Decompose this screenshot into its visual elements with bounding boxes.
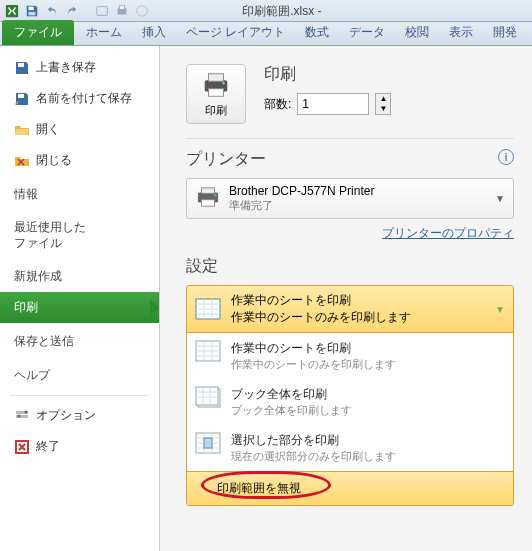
redo-icon[interactable] — [64, 3, 80, 19]
svg-rect-8 — [18, 94, 24, 98]
excel-icon — [4, 3, 20, 19]
title-bar: 印刷範囲.xlsx - — [0, 0, 532, 22]
nav-options-label: オプション — [36, 407, 96, 424]
selected-desc: 作業中のシートのみを印刷します — [231, 309, 411, 326]
tab-view[interactable]: 表示 — [439, 20, 483, 45]
spin-down-icon[interactable]: ▼ — [376, 104, 390, 114]
print-button-label: 印刷 — [205, 103, 227, 118]
svg-rect-19 — [202, 188, 215, 194]
selection-icon — [195, 432, 221, 454]
printer-dropdown[interactable]: Brother DCP-J577N Printer 準備完了 ▼ — [186, 178, 514, 219]
nav-open[interactable]: 開く — [0, 114, 159, 145]
tab-formulas[interactable]: 数式 — [295, 20, 339, 45]
print-preview-icon[interactable] — [114, 3, 130, 19]
save-icon[interactable] — [24, 3, 40, 19]
print-what-selected[interactable]: 作業中のシートを印刷 作業中のシートのみを印刷します ▼ — [187, 286, 513, 333]
quick-access-toolbar — [4, 3, 150, 19]
window-filename: 印刷範囲.xlsx - — [242, 3, 321, 20]
print-what-dropdown: 作業中のシートを印刷 作業中のシートのみを印刷します ▼ 作業中のシートを印刷 … — [186, 285, 514, 506]
svg-point-17 — [222, 81, 225, 84]
chevron-down-icon: ▼ — [495, 193, 505, 204]
workbook-icon — [195, 386, 221, 408]
settings-section-title: 設定 — [186, 256, 514, 277]
printer-name: Brother DCP-J577N Printer — [229, 184, 374, 198]
printer-properties-link[interactable]: プリンターのプロパティ — [382, 225, 514, 242]
nav-info[interactable]: 情報 — [0, 176, 159, 210]
printer-icon — [195, 186, 221, 211]
ribbon-tabs: ファイル ホーム 挿入 ページ レイアウト 数式 データ 校閲 表示 開発 — [0, 22, 532, 46]
sheet-icon — [195, 298, 221, 320]
close-icon — [14, 153, 30, 169]
svg-rect-20 — [202, 200, 215, 206]
nav-new[interactable]: 新規作成 — [0, 258, 159, 292]
nav-save-send[interactable]: 保存と送信 — [0, 323, 159, 357]
svg-rect-26 — [196, 387, 218, 405]
nav-options[interactable]: オプション — [0, 400, 159, 431]
svg-rect-3 — [97, 6, 108, 15]
nav-save-as-label: 名前を付けて保存 — [36, 90, 132, 107]
selected-title: 作業中のシートを印刷 — [231, 292, 411, 309]
chevron-down-icon: ▼ — [495, 304, 505, 315]
copies-row: 部数: ▲▼ — [264, 93, 514, 115]
svg-rect-7 — [18, 63, 24, 67]
tab-insert[interactable]: 挿入 — [132, 20, 176, 45]
file-tab[interactable]: ファイル — [2, 20, 74, 45]
open-icon — [14, 122, 30, 138]
nav-help[interactable]: ヘルプ — [0, 357, 159, 391]
copies-input[interactable] — [297, 93, 369, 115]
svg-rect-1 — [29, 6, 34, 10]
print-button[interactable]: 印刷 — [186, 64, 246, 124]
opt-whole-workbook[interactable]: ブック全体を印刷 ブック全体を印刷します — [187, 379, 513, 425]
svg-rect-2 — [29, 11, 36, 15]
nav-save-label: 上書き保存 — [36, 59, 96, 76]
tab-page-layout[interactable]: ページ レイアウト — [176, 20, 295, 45]
svg-rect-15 — [209, 73, 224, 81]
opt-selection[interactable]: 選択した部分を印刷 現在の選択部分のみを印刷します — [187, 425, 513, 471]
sheet-icon — [195, 340, 221, 362]
copies-label: 部数: — [264, 96, 291, 113]
tab-developer[interactable]: 開発 — [483, 20, 527, 45]
save-icon — [14, 60, 30, 76]
save-as-icon — [14, 91, 30, 107]
svg-point-21 — [214, 194, 216, 196]
printer-icon — [201, 71, 231, 99]
divider — [10, 395, 149, 396]
spin-up-icon[interactable]: ▲ — [376, 94, 390, 104]
svg-rect-28 — [204, 438, 212, 448]
divider — [186, 138, 514, 139]
backstage-nav: 上書き保存 名前を付けて保存 開く 閉じる 情報 最近使用した ファイル 新規作… — [0, 46, 160, 551]
nav-close-label: 閉じる — [36, 152, 72, 169]
svg-rect-16 — [209, 88, 224, 96]
printer-section-title: プリンター — [186, 149, 514, 170]
print-title: 印刷 — [264, 64, 514, 85]
nav-print[interactable]: 印刷 — [0, 292, 159, 323]
nav-exit[interactable]: 終了 — [0, 431, 159, 462]
svg-point-6 — [137, 5, 148, 16]
opt-ignore-print-area[interactable]: 印刷範囲を無視 — [187, 471, 513, 505]
exit-icon — [14, 439, 30, 455]
printer-status: 準備完了 — [229, 198, 374, 213]
backstage: 上書き保存 名前を付けて保存 開く 閉じる 情報 最近使用した ファイル 新規作… — [0, 46, 532, 551]
nav-close[interactable]: 閉じる — [0, 145, 159, 176]
svg-rect-0 — [6, 4, 18, 16]
undo-icon[interactable] — [44, 3, 60, 19]
qat-unknown-icon[interactable] — [94, 3, 110, 19]
tab-home[interactable]: ホーム — [76, 20, 132, 45]
copies-spinner[interactable]: ▲▼ — [375, 93, 391, 115]
print-panel: 印刷 印刷 部数: ▲▼ i プリンター Brother DCP-J577N P… — [160, 46, 532, 551]
nav-open-label: 開く — [36, 121, 60, 138]
nav-exit-label: 終了 — [36, 438, 60, 455]
nav-save[interactable]: 上書き保存 — [0, 52, 159, 83]
tab-data[interactable]: データ — [339, 20, 395, 45]
nav-save-as[interactable]: 名前を付けて保存 — [0, 83, 159, 114]
qat-more-icon[interactable] — [134, 3, 150, 19]
options-icon — [14, 408, 30, 424]
svg-rect-5 — [119, 5, 124, 9]
tab-review[interactable]: 校閲 — [395, 20, 439, 45]
nav-recent[interactable]: 最近使用した ファイル — [0, 210, 159, 258]
svg-point-11 — [25, 410, 28, 413]
svg-point-12 — [18, 414, 21, 417]
opt-active-sheet[interactable]: 作業中のシートを印刷 作業中のシートのみを印刷します — [187, 333, 513, 379]
info-icon[interactable]: i — [498, 149, 514, 165]
